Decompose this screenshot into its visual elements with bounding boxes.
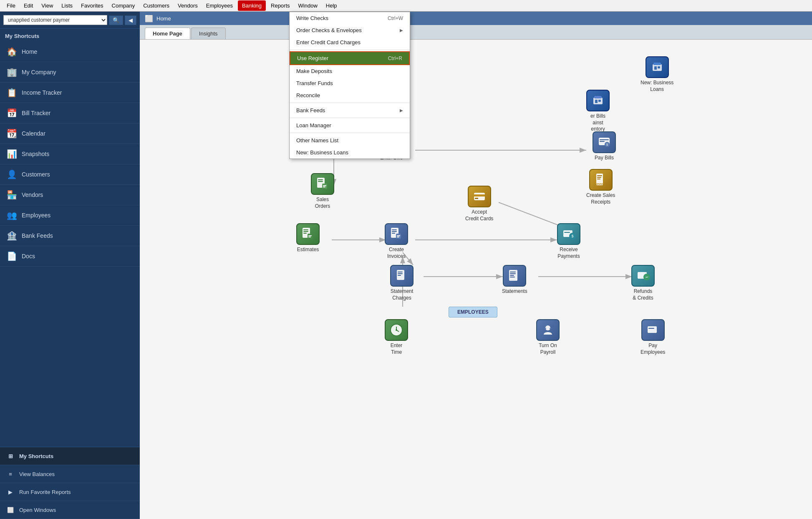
sidebar-item-customers[interactable]: 👤 Customers	[0, 164, 140, 185]
my-shortcuts-icon: ⊞	[6, 451, 15, 461]
estimates-icon	[296, 223, 320, 245]
dropdown-new-business[interactable]: New: Business Loans	[290, 146, 410, 159]
menu-favorites[interactable]: Favorites	[78, 1, 106, 10]
footer-open-windows[interactable]: ⬜ Open Windows	[0, 501, 140, 519]
pay-bills-top-icon	[586, 90, 610, 111]
pay-bills-icon: $	[593, 131, 616, 153]
node-pay-bills[interactable]: $ Pay Bills	[593, 131, 616, 161]
tab-homepage[interactable]: Home Page	[145, 28, 190, 39]
dropdown-bank-feeds[interactable]: Bank Feeds ▶	[290, 104, 410, 116]
sidebar-item-employees[interactable]: 👥 Employees	[0, 205, 140, 226]
svg-rect-69	[510, 272, 516, 272]
use-register-label: Use Register	[297, 55, 328, 61]
node-refunds-credits[interactable]: ↩ Refunds& Credits	[631, 265, 655, 301]
svg-rect-66	[398, 273, 403, 274]
svg-rect-71	[510, 275, 514, 276]
menu-company[interactable]: Company	[108, 1, 139, 10]
back-button[interactable]: ◀	[125, 15, 136, 25]
restore-icon[interactable]: ⬜	[145, 15, 153, 23]
menu-customers[interactable]: Customers	[140, 1, 173, 10]
sidebar-item-home[interactable]: 🏠 Home	[0, 42, 140, 62]
search-select[interactable]: unapplied customer paymer	[3, 15, 107, 25]
footer-run-reports[interactable]: ▶ Run Favorite Reports	[0, 483, 140, 501]
sidebar-item-vendors[interactable]: 🏪 Vendors	[0, 185, 140, 205]
svg-rect-85	[595, 100, 598, 103]
menu-vendors[interactable]: Vendors	[174, 1, 201, 10]
refunds-credits-icon: ↩	[631, 265, 655, 287]
dropdown-order-checks[interactable]: Order Checks & Envelopes ▶	[290, 24, 410, 36]
footer-view-balances[interactable]: ≡ View Balances	[0, 465, 140, 483]
node-create-invoices[interactable]: CreateInvoices	[385, 223, 408, 260]
menu-lists[interactable]: Lists	[58, 1, 76, 10]
footer-label-reports: Run Favorite Reports	[19, 489, 71, 495]
dropdown-loan-manager[interactable]: Loan Manager	[290, 119, 410, 131]
search-button[interactable]: 🔍	[109, 15, 123, 25]
pay-bills-label: Pay Bills	[595, 155, 614, 161]
svg-rect-40	[474, 194, 485, 197]
sidebar-item-docs[interactable]: 📄 Docs	[0, 246, 140, 267]
svg-rect-72	[510, 277, 515, 277]
sidebar-label-vendors: Vendors	[22, 191, 43, 198]
svg-rect-43	[597, 175, 602, 176]
sidebar-label-docs: Docs	[22, 253, 35, 260]
sidebar-item-my-company[interactable]: 🏢 My Company	[0, 62, 140, 83]
node-pay-employees[interactable]: PayEmployees	[641, 319, 665, 355]
homepage-content: PC PurchaseOrders Enter Bills $ Pa	[140, 40, 812, 519]
menu-help[interactable]: Help	[323, 1, 340, 10]
footer-my-shortcuts[interactable]: ⊞ My Shortcuts	[0, 447, 140, 465]
menu-banking[interactable]: Banking	[238, 0, 266, 11]
sidebar-label-company: My Company	[22, 69, 56, 76]
banking-dropdown: Write Checks Ctrl+W Order Checks & Envel…	[289, 12, 410, 159]
order-checks-arrow: ▶	[400, 28, 403, 33]
node-statement-charges[interactable]: StatementCharges	[390, 265, 414, 301]
order-checks-label: Order Checks & Envelopes	[296, 27, 362, 33]
open-windows-icon: ⬜	[6, 505, 15, 514]
separator-2	[290, 103, 410, 103]
svg-text:$: $	[571, 234, 573, 238]
sidebar-item-calendar[interactable]: 📆 Calendar	[0, 123, 140, 144]
sidebar-title: My Shortcuts	[0, 29, 140, 42]
dropdown-transfer-funds[interactable]: Transfer Funds	[290, 77, 410, 89]
svg-point-79	[396, 329, 397, 331]
menu-window[interactable]: Window	[295, 1, 321, 10]
svg-text:↩: ↩	[646, 275, 648, 279]
loan-manager-label: Loan Manager	[296, 122, 331, 128]
node-estimates[interactable]: Estimates	[296, 223, 320, 253]
menu-view[interactable]: View	[38, 1, 56, 10]
dropdown-enter-credit[interactable]: Enter Credit Card Charges	[290, 36, 410, 48]
statement-charges-label: StatementCharges	[391, 288, 414, 301]
node-statements[interactable]: Statements	[502, 265, 527, 295]
dropdown-other-names[interactable]: Other Names List	[290, 134, 410, 146]
node-accept-credit[interactable]: AcceptCredit Cards	[465, 186, 493, 222]
sidebar-item-snapshots[interactable]: 📊 Snapshots	[0, 144, 140, 164]
node-new-business-loans[interactable]: New: BusinessLoans	[641, 56, 673, 93]
menu-edit[interactable]: Edit	[20, 1, 36, 10]
dropdown-use-register[interactable]: Use Register Ctrl+R	[290, 51, 410, 65]
node-turn-on-payroll[interactable]: Turn OnPayroll	[536, 319, 560, 355]
sidebar-label-employees: Employees	[22, 212, 50, 219]
main-content: ⬜ Home Home Page Insights	[140, 12, 812, 519]
dropdown-make-deposits[interactable]: Make Deposits	[290, 65, 410, 77]
node-pay-bills-top[interactable]: er Billsainstentory	[586, 90, 610, 133]
sidebar-item-bill-tracker[interactable]: 📅 Bill Tracker	[0, 103, 140, 123]
menu-employees[interactable]: Employees	[203, 1, 236, 10]
svg-rect-37	[323, 185, 326, 186]
separator-3	[290, 118, 410, 118]
tab-insights[interactable]: Insights	[191, 28, 226, 39]
create-invoices-label: CreateInvoices	[387, 247, 406, 260]
svg-rect-59	[397, 237, 399, 237]
sidebar-label-bill: Bill Tracker	[22, 110, 50, 116]
menu-file[interactable]: File	[3, 1, 19, 10]
dropdown-write-checks[interactable]: Write Checks Ctrl+W	[290, 12, 410, 24]
svg-rect-29	[653, 64, 662, 71]
receive-payments-icon: $	[557, 223, 580, 245]
menu-reports[interactable]: Reports	[267, 1, 293, 10]
node-sales-orders[interactable]: SalesOrders	[311, 173, 334, 209]
dropdown-reconcile[interactable]: Reconcile	[290, 89, 410, 101]
sidebar-item-bank-feeds[interactable]: 🏦 Bank Feeds	[0, 226, 140, 246]
node-enter-time[interactable]: EnterTime	[385, 319, 408, 355]
node-receive-payments[interactable]: $ ReceivePayments	[557, 223, 580, 260]
svg-rect-35	[318, 181, 323, 182]
node-create-sales-receipts[interactable]: Create SalesReceipts	[586, 169, 615, 205]
sidebar-item-income-tracker[interactable]: 📋 Income Tracker	[0, 83, 140, 103]
